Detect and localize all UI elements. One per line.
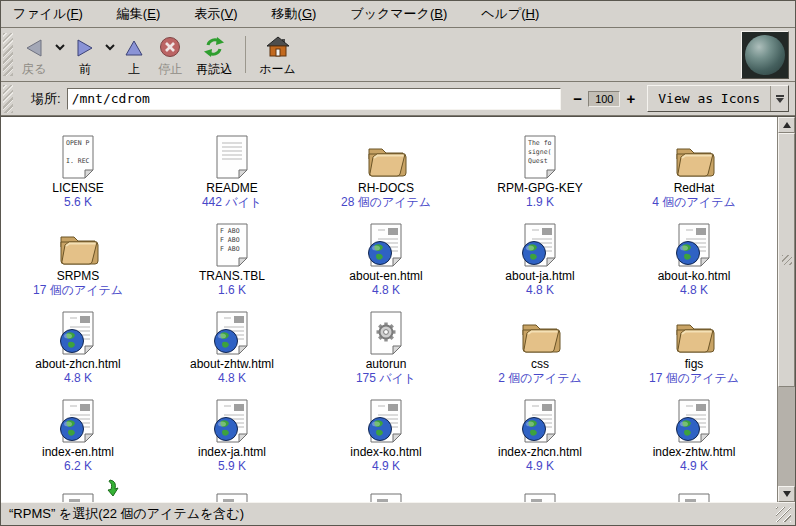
menu-item[interactable]: 移動(G) bbox=[268, 3, 321, 25]
file-info: 28 個のアイテム bbox=[341, 195, 431, 209]
back-history-dropdown[interactable] bbox=[53, 30, 67, 79]
file-name: about-ko.html bbox=[658, 269, 731, 283]
stop-label: 停止 bbox=[158, 63, 182, 76]
zoom-level-indicator[interactable]: 100 bbox=[588, 91, 620, 107]
menu-bar: ファイル(F)編集(E)表示(V)移動(G)ブックマーク(B)ヘルプ(H) bbox=[1, 1, 795, 28]
vertical-scrollbar[interactable] bbox=[777, 117, 795, 502]
file-item[interactable]: figs 17 個のアイテム bbox=[617, 299, 771, 387]
file-info: 4.9 K bbox=[680, 459, 708, 473]
file-item[interactable]: OPEN PI. REC LICENSE 5.6 K bbox=[1, 123, 155, 211]
document-top-icon bbox=[368, 492, 404, 502]
view-mode-dropdown[interactable]: View as Icons bbox=[647, 85, 789, 112]
file-item[interactable]: about-ja.html 4.8 K bbox=[463, 211, 617, 299]
file-item[interactable]: index-en.html 6.2 K bbox=[1, 387, 155, 475]
menu-item[interactable]: ブックマーク(B) bbox=[346, 3, 451, 25]
reload-button[interactable]: 再読込 bbox=[189, 30, 239, 79]
arrow-down-icon bbox=[783, 491, 791, 497]
file-name: README bbox=[206, 181, 257, 195]
scrollbar-thumb[interactable] bbox=[778, 133, 795, 387]
location-bar: 場所: − 100 + View as Icons bbox=[1, 82, 795, 116]
file-item[interactable]: README 442 バイト bbox=[155, 123, 309, 211]
locationbar-drag-handle[interactable] bbox=[3, 85, 13, 113]
zoom-in-button[interactable]: + bbox=[624, 92, 637, 106]
throbber-button[interactable] bbox=[741, 31, 789, 79]
file-item[interactable]: index-zhtw.html 4.9 K bbox=[617, 387, 771, 475]
file-item[interactable]: index-ko.html 4.9 K bbox=[309, 387, 463, 475]
toolbar: 戻る 前 上 停止 bbox=[1, 28, 795, 82]
file-item[interactable]: about-en.html 4.8 K bbox=[309, 211, 463, 299]
scroll-down-button[interactable] bbox=[778, 486, 795, 502]
toolbar-drag-handle[interactable] bbox=[3, 33, 13, 76]
file-item[interactable]: F ABOF ABOF ABO TRANS.TBL 1.6 K bbox=[155, 211, 309, 299]
file-item-partial[interactable] bbox=[1, 492, 155, 502]
svg-text:F ABO: F ABO bbox=[220, 227, 240, 235]
up-label: 上 bbox=[128, 63, 140, 76]
file-item[interactable]: SRPMS 17 個のアイテム bbox=[1, 211, 155, 299]
file-item-partial[interactable] bbox=[309, 492, 463, 502]
file-item-partial[interactable] bbox=[155, 492, 309, 502]
icon-view[interactable]: OPEN PI. REC LICENSE 5.6 K README 442 バイ… bbox=[1, 117, 777, 502]
reload-icon bbox=[202, 36, 226, 61]
file-item[interactable]: about-ko.html 4.8 K bbox=[617, 211, 771, 299]
window-resize-grip[interactable] bbox=[776, 507, 791, 522]
file-info: 4.8 K bbox=[64, 371, 92, 385]
file-info: 175 バイト bbox=[356, 371, 416, 385]
file-item[interactable]: about-zhcn.html 4.8 K bbox=[1, 299, 155, 387]
document-icon bbox=[367, 310, 405, 356]
file-item[interactable]: index-zhcn.html 4.9 K bbox=[463, 387, 617, 475]
document-icon bbox=[59, 310, 97, 356]
location-input[interactable] bbox=[67, 88, 562, 110]
svg-text:OPEN P: OPEN P bbox=[66, 139, 90, 147]
file-info: 1.6 K bbox=[218, 283, 246, 297]
file-info: 442 バイト bbox=[202, 195, 262, 209]
file-item-partial[interactable] bbox=[463, 492, 617, 502]
menu-item[interactable]: ファイル(F) bbox=[9, 3, 87, 25]
file-info: 17 個のアイテム bbox=[649, 371, 739, 385]
back-button[interactable]: 戻る bbox=[15, 30, 53, 79]
forward-button[interactable]: 前 bbox=[67, 30, 103, 79]
file-item-partial[interactable] bbox=[617, 492, 771, 502]
status-bar: “RPMS” を選択(22 個のアイテムを含む) bbox=[1, 502, 795, 525]
scrollbar-trough[interactable] bbox=[778, 387, 795, 486]
file-item[interactable]: RH-DOCS 28 個のアイテム bbox=[309, 123, 463, 211]
zoom-controls: − 100 + bbox=[571, 91, 637, 107]
stop-button[interactable]: 停止 bbox=[151, 30, 189, 79]
menu-item[interactable]: 編集(E) bbox=[113, 3, 164, 25]
folder-icon bbox=[363, 142, 409, 180]
file-info: 4.9 K bbox=[372, 459, 400, 473]
document-top-icon bbox=[522, 492, 558, 502]
document-icon bbox=[367, 398, 405, 444]
back-icon bbox=[23, 38, 45, 61]
file-name: RH-DOCS bbox=[358, 181, 414, 195]
folder-icon bbox=[517, 318, 563, 356]
file-manager-window: { "menubar": { "items": [ { "label": "ファ… bbox=[0, 0, 796, 526]
up-button[interactable]: 上 bbox=[117, 30, 151, 79]
toolbar-spacer bbox=[303, 30, 739, 79]
file-info: 4.8 K bbox=[680, 283, 708, 297]
document-icon bbox=[213, 134, 251, 180]
file-item[interactable]: RedHat 4 個のアイテム bbox=[617, 123, 771, 211]
forward-label: 前 bbox=[79, 63, 91, 76]
file-item[interactable]: css 2 個のアイテム bbox=[463, 299, 617, 387]
scroll-up-button[interactable] bbox=[778, 117, 795, 133]
symlink-emblem-icon bbox=[101, 479, 119, 501]
file-item[interactable]: The fosigne(Quest RPM-GPG-KEY 1.9 K bbox=[463, 123, 617, 211]
document-top-icon bbox=[676, 492, 712, 502]
thumb-grip-icon bbox=[782, 255, 792, 265]
file-name: LICENSE bbox=[52, 181, 103, 195]
zoom-out-button[interactable]: − bbox=[571, 92, 584, 106]
document-icon bbox=[675, 398, 713, 444]
file-name: figs bbox=[685, 357, 704, 371]
file-item[interactable]: index-ja.html 5.9 K bbox=[155, 387, 309, 475]
file-item[interactable]: autorun 175 バイト bbox=[309, 299, 463, 387]
file-name: autorun bbox=[366, 357, 407, 371]
file-item[interactable]: about-zhtw.html 4.8 K bbox=[155, 299, 309, 387]
home-button[interactable]: ホーム bbox=[252, 30, 303, 79]
svg-text:signe(: signe( bbox=[528, 148, 551, 156]
menu-item[interactable]: ヘルプ(H) bbox=[477, 3, 543, 25]
file-info: 4.8 K bbox=[218, 371, 246, 385]
menu-item[interactable]: 表示(V) bbox=[190, 3, 241, 25]
forward-history-dropdown[interactable] bbox=[103, 30, 117, 79]
file-name: about-zhtw.html bbox=[190, 357, 274, 371]
content-area: OPEN PI. REC LICENSE 5.6 K README 442 バイ… bbox=[1, 116, 795, 502]
